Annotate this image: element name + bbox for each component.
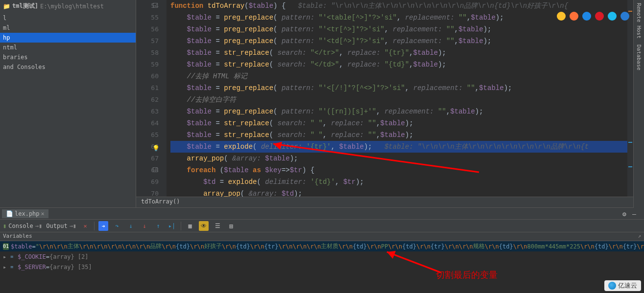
variable-row[interactable]: 01$table = "\r\n\r\n主体\r\n\r\n\r\n\r\n\r… [0,241,644,251]
line-number[interactable]: 65 [136,129,159,141]
watch-icon[interactable]: 👁 [199,221,209,231]
line-number[interactable]: 61 [136,82,159,94]
line-number[interactable]: 60 [136,70,159,82]
console-tab[interactable]: ▮Console→▮ [3,223,42,229]
edge-icon[interactable] [620,12,629,21]
code-line[interactable]: array_pop( &array: $td); [170,188,644,197]
string-icon: 01 [3,243,9,250]
code-line[interactable]: array_pop( &array: $table); [170,153,644,164]
line-number[interactable]: 62 [136,94,159,106]
code-line[interactable]: $table = preg_replace( pattern: "'([rn])… [170,106,644,117]
sidebar-item[interactable]: l [0,13,136,23]
code-line[interactable]: $table = preg_replace( pattern: "'<td[^>… [170,35,644,47]
code-line[interactable]: $table = preg_replace( pattern: "'<[/!]*… [170,82,644,94]
code-line[interactable]: foreach ($table as $key=>$tr) { [170,164,644,176]
watermark-text: 亿速云 [618,281,637,290]
gear-icon[interactable]: ⚙ [622,210,629,217]
debug-panel: 📄 lex.php × ⚙ — ▮Console→▮ Output→▮ ✕ ➔ … [0,207,644,293]
step-into-icon[interactable]: ↓ [126,221,136,231]
evaluate-icon[interactable]: ▦ [185,221,195,231]
tab-database[interactable]: Database [635,42,643,73]
code-line[interactable]: function tdToArray($table) { $table: "\r… [170,0,644,12]
show-exec-point-icon[interactable]: ➔ [98,221,108,231]
sidebar-item[interactable]: hp [0,33,136,43]
variable-row[interactable]: ▸≡$_SERVER = {array} [35] [0,262,644,272]
code-line[interactable]: $table = str_replace( search: " ", repla… [170,117,644,129]
variables-tree[interactable]: 01$table = "\r\n\r\n主体\r\n\r\n\r\n\r\n\r… [0,241,644,293]
pin-icon: →▮ [70,223,76,229]
line-number[interactable]: 57 [136,35,159,47]
project-sidebar[interactable]: 📁 tml测试] E:\myblog\htmltest lmlhpntmlbra… [0,0,136,207]
code-line[interactable]: $table = explode( delimiter: '{tr}', $ta… [170,141,644,153]
sidebar-item[interactable]: and Consoles [0,62,136,72]
project-path-row[interactable]: 📁 tml测试] E:\myblog\htmltest [0,0,136,12]
array-icon: ≡ [8,264,16,270]
logo-icon [608,282,616,290]
line-number[interactable]: 70 [136,188,159,197]
code-line[interactable]: $table = str_replace( search: " ", repla… [170,129,644,141]
pin-icon: →▮ [35,223,42,229]
breadcrumb-item[interactable]: tdToArray() [141,198,180,205]
pin-icon[interactable]: ↗ [638,233,641,239]
ie-icon[interactable] [608,12,617,21]
code-line[interactable]: $table = preg_replace( pattern: "'<tr[^>… [170,23,644,35]
opera-icon[interactable] [595,12,604,21]
debug-toolbar: ▮Console→▮ Output→▮ ✕ ➔ ↷ ↓ ↓ ↑ ▸| ▦ 👁 ☰… [0,220,644,232]
code-line[interactable]: $table = str_replace( search: "</tr>", r… [170,47,644,59]
sidebar-item[interactable]: ntml [0,43,136,52]
force-step-into-icon[interactable]: ↓ [140,221,149,231]
sidebar-item[interactable]: ml [0,23,136,33]
browser-launch-bar [557,12,629,21]
line-number[interactable]: 63 [136,106,159,117]
watermark: 亿速云 [604,280,641,291]
annotation-text: 切割最后的变量 [436,269,498,281]
project-path: E:\myblog\htmltest [40,3,104,10]
code-line[interactable]: $table = str_replace( search: "</td>", r… [170,59,644,70]
debug-tab-file[interactable]: 📄 lex.php × [2,209,48,218]
error-stripe[interactable] [627,0,633,197]
line-number[interactable]: 56 [136,23,159,35]
breadcrumb[interactable]: tdToArray() [136,197,644,207]
gutter[interactable]: 54−5556575859606162636465666768−6970 [136,0,167,197]
line-number[interactable]: 67 [136,153,159,164]
php-icon: 📄 [6,210,13,217]
firefox-icon[interactable] [570,12,578,21]
project-label: tml测试] [12,2,38,10]
chrome-icon[interactable] [557,12,566,21]
line-number[interactable]: 54− [136,0,159,12]
minimize-icon[interactable]: — [632,210,639,217]
code-line[interactable]: //去掉空白字符 [170,94,644,106]
code-editor[interactable]: 54−5556575859606162636465666768−6970 fun… [136,0,644,197]
sidebar-item[interactable]: braries [0,52,136,62]
code-line[interactable]: $td = explode( delimiter: '{td}', $tr); [170,176,644,188]
line-number[interactable]: 58 [136,47,159,59]
run-to-cursor-icon[interactable]: ▸| [167,221,177,231]
settings-icon[interactable]: ☰ [213,221,222,231]
output-tab[interactable]: Output→▮ [46,223,76,229]
line-number[interactable]: 68− [136,164,159,176]
safari-icon[interactable] [582,12,591,21]
line-number[interactable]: 59 [136,59,159,70]
code-line[interactable]: //去掉 HTML 标记 [170,70,644,82]
right-tool-tabs: Remote Host Database [633,0,644,197]
more-icon[interactable]: ▤ [226,221,236,231]
array-icon: ≡ [8,253,16,260]
line-number[interactable]: 69 [136,176,159,188]
variables-header: Variables ↗ [0,232,644,241]
debug-tab-label: lex.php [15,210,40,217]
step-over-icon[interactable]: ↷ [112,221,122,231]
line-number[interactable]: 64 [136,117,159,129]
line-number[interactable]: 55 [136,12,159,23]
close-icon[interactable]: ✕ [80,221,90,231]
line-number[interactable]: 66 [136,141,159,153]
variable-row[interactable]: ▸≡$_COOKIE = {array} [2] [0,251,644,262]
close-icon[interactable]: × [41,210,45,217]
folder-icon: 📁 [3,3,10,10]
step-out-icon[interactable]: ↑ [153,221,163,231]
tab-remote-host[interactable]: Remote Host [635,0,643,42]
code-area[interactable]: function tdToArray($table) { $table: "\r… [167,0,644,197]
